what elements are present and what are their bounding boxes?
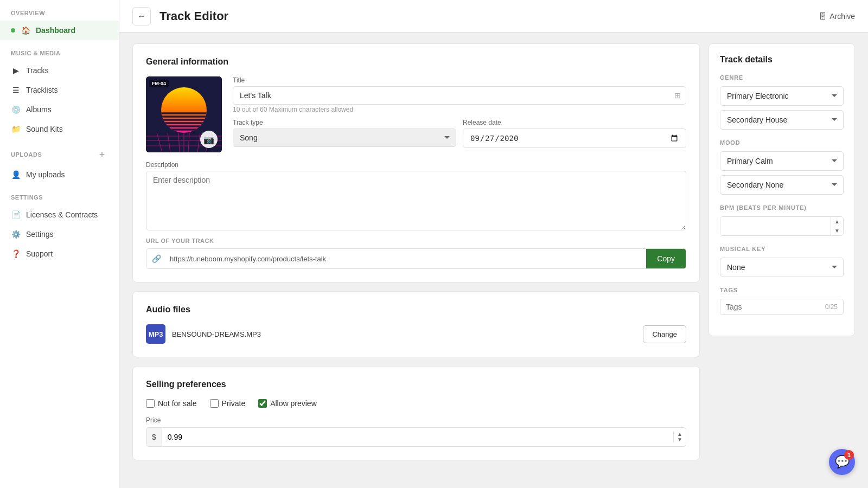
sidebar: OVERVIEW 🏠 Dashboard MUSIC & MEDIA ▶ Tra… — [0, 0, 119, 488]
price-decrement-button[interactable]: ▼ — [674, 437, 686, 442]
mood-label: MOOD — [720, 139, 844, 146]
general-info-card: General information — [132, 43, 700, 282]
active-indicator — [11, 28, 15, 33]
sidebar-item-dashboard[interactable]: 🏠 Dashboard — [0, 21, 119, 40]
track-details-card: Track details GENRE Primary Electronic P… — [709, 43, 855, 336]
tracks-label: Tracks — [26, 66, 48, 75]
tracks-icon: ▶ — [11, 66, 21, 75]
chat-badge: 1 — [844, 450, 854, 460]
price-spinner: ▲ ▼ — [673, 432, 686, 442]
private-checkbox[interactable] — [210, 399, 219, 408]
sidebar-item-sound-kits[interactable]: 📁 Sound Kits — [0, 119, 119, 139]
genre-primary-select[interactable]: Primary Electronic Primary Pop Primary H… — [720, 86, 844, 106]
title-field-group: Title ⊞ 10 out of 60 Maximum characters … — [233, 76, 686, 113]
audio-file-icon: MP3 — [146, 324, 165, 344]
genre-section: GENRE Primary Electronic Primary Pop Pri… — [720, 74, 844, 130]
bpm-spinner: ▲ ▼ — [831, 217, 843, 235]
licenses-icon: 📄 — [11, 210, 21, 220]
general-info-body: FM-04 📷 Title ⊞ 10 out of 60 Maximum cha… — [146, 76, 686, 152]
change-album-art-button[interactable]: 📷 — [200, 131, 218, 148]
checkboxes-row: Not for sale Private Allow preview — [146, 399, 686, 408]
archive-label: Archive — [829, 12, 855, 21]
home-icon: 🏠 — [21, 25, 30, 35]
back-button[interactable]: ← — [132, 7, 151, 25]
copy-button[interactable]: Copy — [646, 249, 686, 268]
url-input[interactable] — [167, 249, 646, 268]
albums-icon: 💿 — [11, 105, 21, 114]
link-icon: 🔗 — [146, 249, 167, 268]
chat-button[interactable]: 💬 1 — [829, 449, 855, 475]
release-date-input[interactable] — [463, 129, 686, 148]
uploads-section-row: UPLOADS + — [0, 139, 119, 165]
audio-files-card: Audio files MP3 BENSOUND-DREAMS.MP3 Chan… — [132, 291, 700, 357]
release-date-label: Release date — [463, 119, 686, 126]
sidebar-item-support[interactable]: ❓ Support — [0, 244, 119, 264]
tracklists-label: Tracklists — [26, 86, 58, 94]
musical-key-select[interactable]: None C C# D D# E F — [720, 258, 844, 277]
album-badge: FM-04 — [149, 80, 169, 87]
url-section: URL OF YOUR TRACK 🔗 Copy — [146, 237, 686, 269]
title-char-hint: 10 out of 60 Maximum characters allowed — [233, 106, 686, 113]
bpm-section: BPM (Beats per minute) ▲ ▼ — [720, 204, 844, 236]
bpm-decrement-button[interactable]: ▼ — [831, 226, 843, 235]
support-icon: ❓ — [11, 249, 21, 259]
mood-secondary-select[interactable]: Secondary None Secondary Happy Secondary… — [720, 175, 844, 195]
settings-section-label: SETTINGS — [0, 184, 119, 205]
allow-preview-checkbox[interactable] — [258, 399, 267, 408]
add-upload-button[interactable]: + — [96, 149, 108, 160]
uploads-section-label: UPLOADS — [11, 151, 96, 158]
mood-primary-select[interactable]: Primary Calm Primary Energetic Primary D… — [720, 151, 844, 171]
sidebar-item-tracklists[interactable]: ☰ Tracklists — [0, 80, 119, 100]
tags-input[interactable] — [726, 303, 825, 311]
price-field-wrapper: $ ▲ ▼ — [146, 427, 686, 447]
title-input-icon: ⊞ — [674, 91, 681, 100]
my-uploads-label: My uploads — [26, 170, 65, 179]
content-area: General information — [119, 33, 868, 488]
description-label: Description — [146, 161, 686, 169]
settings-item-label: Settings — [26, 230, 54, 239]
sidebar-item-settings[interactable]: ⚙️ Settings — [0, 224, 119, 244]
title-input-wrapper: ⊞ — [233, 86, 686, 105]
title-input[interactable] — [233, 86, 686, 105]
tags-section: TAGS 0/25 — [720, 287, 844, 315]
tags-count: 0/25 — [825, 303, 838, 311]
sidebar-item-albums[interactable]: 💿 Albums — [0, 100, 119, 119]
title-label: Title — [233, 76, 686, 84]
sound-kits-label: Sound Kits — [26, 125, 63, 133]
musical-key-label: Musical key — [720, 246, 844, 252]
track-type-select[interactable]: Song Instrumental Remix — [233, 129, 456, 147]
allow-preview-label: Allow preview — [270, 399, 317, 408]
bpm-increment-button[interactable]: ▲ — [831, 217, 843, 226]
bpm-label: BPM (Beats per minute) — [720, 204, 844, 211]
not-for-sale-checkbox-label[interactable]: Not for sale — [146, 399, 197, 408]
sidebar-item-licenses[interactable]: 📄 Licenses & Contracts — [0, 205, 119, 224]
support-label: Support — [26, 249, 53, 258]
sidebar-item-my-uploads[interactable]: 👤 My uploads — [0, 165, 119, 184]
allow-preview-checkbox-label[interactable]: Allow preview — [258, 399, 317, 408]
track-type-date-row: Track type Song Instrumental Remix Relea… — [233, 119, 686, 148]
sidebar-item-tracks[interactable]: ▶ Tracks — [0, 61, 119, 80]
private-checkbox-label[interactable]: Private — [210, 399, 246, 408]
page-title: Track Editor — [159, 9, 810, 23]
not-for-sale-label: Not for sale — [158, 399, 197, 408]
genre-label: GENRE — [720, 74, 844, 81]
track-details-title: Track details — [720, 55, 844, 65]
price-label: Price — [146, 416, 686, 424]
tags-label: TAGS — [720, 287, 844, 293]
change-audio-button[interactable]: Change — [643, 325, 686, 343]
sound-kits-icon: 📁 — [11, 124, 21, 134]
tags-row: 0/25 — [720, 299, 844, 315]
price-row: $ ▲ ▼ — [146, 427, 686, 447]
selling-preferences-card: Selling preferences Not for sale Private… — [132, 366, 700, 460]
archive-button[interactable]: 🗄 Archive — [819, 12, 855, 21]
description-textarea[interactable] — [146, 171, 686, 230]
my-uploads-icon: 👤 — [11, 170, 21, 179]
price-symbol: $ — [146, 428, 162, 446]
center-column: General information — [132, 43, 700, 477]
genre-secondary-select[interactable]: Secondary House Secondary Techno Seconda… — [720, 110, 844, 130]
not-for-sale-checkbox[interactable] — [146, 399, 155, 408]
price-input[interactable] — [162, 428, 673, 446]
musical-key-section: Musical key None C C# D D# E F — [720, 246, 844, 277]
settings-icon: ⚙️ — [11, 229, 21, 239]
bpm-input[interactable] — [720, 217, 831, 235]
